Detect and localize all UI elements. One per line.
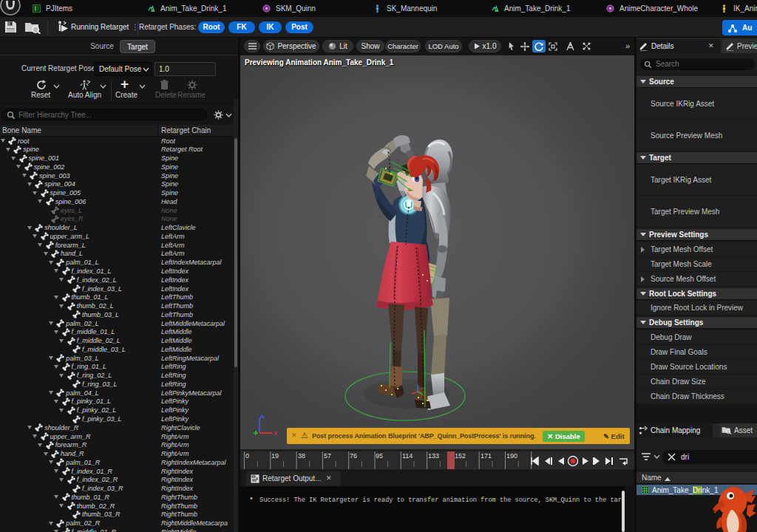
svg-text:152: 152: [455, 452, 466, 460]
svg-text:95: 95: [376, 452, 383, 460]
svg-text:190: 190: [506, 452, 517, 460]
svg-text:171: 171: [481, 452, 492, 460]
svg-text:19: 19: [271, 452, 279, 460]
svg-text:57: 57: [324, 452, 331, 460]
svg-text:0: 0: [245, 452, 249, 460]
svg-text:76: 76: [350, 452, 357, 460]
svg-text:114: 114: [402, 452, 413, 460]
svg-text:38: 38: [298, 452, 305, 460]
svg-text:133: 133: [428, 452, 439, 460]
svg-text:X: X: [274, 430, 278, 437]
